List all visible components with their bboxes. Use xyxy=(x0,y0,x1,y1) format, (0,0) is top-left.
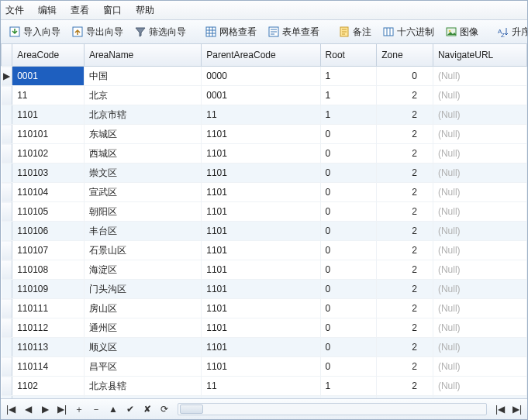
cell-Root[interactable]: 1 xyxy=(320,105,377,125)
cell-ParentAreaCode[interactable]: 1101 xyxy=(202,222,320,241)
table-row[interactable]: 110114昌平区110102(Null) xyxy=(2,357,527,377)
cell-Zone[interactable]: 2 xyxy=(377,125,433,144)
toolbar-export-button[interactable]: 导出向导 xyxy=(68,24,126,40)
table-row[interactable]: 110112通州区110102(Null) xyxy=(2,318,527,338)
cell-AreaCode[interactable]: 110101 xyxy=(12,125,85,144)
nav-add-button[interactable]: ＋ xyxy=(74,404,85,415)
cell-AreaName[interactable]: 宣武区 xyxy=(84,183,201,202)
cell-Zone[interactable]: 2 xyxy=(377,357,433,377)
cell-AreaCode[interactable]: 110113 xyxy=(12,338,85,357)
cell-AreaName[interactable]: 门头沟区 xyxy=(84,280,201,299)
toolbar-import-button[interactable]: 导入向导 xyxy=(5,24,64,40)
cell-Root[interactable]: 0 xyxy=(320,164,377,183)
cell-AreaName[interactable]: 房山区 xyxy=(84,299,201,318)
cell-ParentAreaCode[interactable]: 11 xyxy=(202,377,320,396)
nav-del-button[interactable]: － xyxy=(91,404,102,415)
toolbar-form-button[interactable]: 表单查看 xyxy=(264,24,323,40)
table-row[interactable]: 110108海淀区110102(Null) xyxy=(2,260,527,280)
cell-AreaName[interactable]: 北京县辖 xyxy=(84,377,201,396)
cell-AreaName[interactable]: 丰台区 xyxy=(84,222,201,241)
cell-AreaCode[interactable]: 110105 xyxy=(12,202,85,222)
cell-Root[interactable]: 0 xyxy=(320,338,377,357)
cell-AreaName[interactable]: 顺义区 xyxy=(84,338,201,357)
cell-AreaName[interactable]: 西城区 xyxy=(84,144,201,164)
cell-Root[interactable]: 0 xyxy=(320,280,377,299)
cell-AreaCode[interactable]: 110114 xyxy=(12,357,85,377)
cell-AreaCode[interactable]: 110108 xyxy=(12,260,85,280)
nav-refresh-button[interactable]: ⟳ xyxy=(159,404,170,415)
nav-right1-button[interactable]: |◀ xyxy=(495,404,506,415)
cell-Root[interactable]: 0 xyxy=(320,125,377,144)
table-row[interactable]: 11北京000112(Null) xyxy=(2,86,527,105)
cell-Zone[interactable]: 2 xyxy=(377,144,433,164)
nav-ok-button[interactable]: ✔ xyxy=(125,404,136,415)
cell-NavigateURL[interactable]: (Null) xyxy=(433,183,526,202)
table-row[interactable]: 110101东城区110102(Null) xyxy=(2,125,527,144)
data-grid[interactable]: AreaCodeAreaNameParentAreaCodeRootZoneNa… xyxy=(1,44,527,399)
cell-AreaCode[interactable]: 1101 xyxy=(12,105,85,125)
cell-AreaName[interactable]: 昌平区 xyxy=(84,357,201,377)
cell-AreaCode[interactable]: 110107 xyxy=(12,241,85,260)
cell-ParentAreaCode[interactable]: 1101 xyxy=(202,125,320,144)
cell-NavigateURL[interactable]: (Null) xyxy=(433,164,526,183)
cell-Zone[interactable]: 2 xyxy=(377,164,433,183)
cell-AreaCode[interactable]: 11 xyxy=(12,86,85,105)
menu-item-0[interactable]: 文件 xyxy=(5,4,24,17)
nav-cancel-button[interactable]: ✘ xyxy=(142,404,153,415)
cell-Root[interactable]: 0 xyxy=(320,241,377,260)
cell-Root[interactable]: 1 xyxy=(320,67,377,86)
cell-ParentAreaCode[interactable]: 1101 xyxy=(202,280,320,299)
cell-Root[interactable]: 0 xyxy=(320,222,377,241)
nav-first-button[interactable]: |◀ xyxy=(5,404,16,415)
cell-ParentAreaCode[interactable]: 1101 xyxy=(202,338,320,357)
cell-Zone[interactable]: 2 xyxy=(377,260,433,280)
table-row[interactable]: 110104宣武区110102(Null) xyxy=(2,183,527,202)
column-header-ParentAreaCode[interactable]: ParentAreaCode xyxy=(202,44,320,67)
cell-AreaName[interactable]: 海淀区 xyxy=(84,260,201,280)
cell-NavigateURL[interactable]: (Null) xyxy=(433,338,526,357)
column-header-NavigateURL[interactable]: NavigateURL xyxy=(433,44,526,67)
nav-scrollbar[interactable] xyxy=(178,403,487,415)
cell-Zone[interactable]: 2 xyxy=(377,338,433,357)
cell-Zone[interactable]: 2 xyxy=(377,202,433,222)
table-row[interactable]: 110107石景山区110102(Null) xyxy=(2,241,527,260)
cell-ParentAreaCode[interactable]: 1101 xyxy=(202,299,320,318)
table-row[interactable]: 110113顺义区110102(Null) xyxy=(2,338,527,357)
table-row[interactable]: ▶0001中国000010(Null) xyxy=(2,67,527,86)
cell-AreaCode[interactable]: 110106 xyxy=(12,222,85,241)
cell-Root[interactable]: 0 xyxy=(320,144,377,164)
cell-ParentAreaCode[interactable]: 1101 xyxy=(202,144,320,164)
cell-NavigateURL[interactable]: (Null) xyxy=(433,241,526,260)
menu-item-3[interactable]: 窗口 xyxy=(103,4,122,17)
toolbar-filter-button[interactable]: 筛选向导 xyxy=(131,24,189,40)
table-row[interactable]: 1101北京市辖1112(Null) xyxy=(2,105,527,125)
nav-scroll-thumb[interactable] xyxy=(180,405,203,414)
cell-Root[interactable]: 0 xyxy=(320,299,377,318)
cell-NavigateURL[interactable]: (Null) xyxy=(433,222,526,241)
cell-AreaName[interactable]: 朝阳区 xyxy=(84,202,201,222)
toolbar-sort-button[interactable]: AZ升序排序 xyxy=(494,24,527,40)
cell-ParentAreaCode[interactable]: 11 xyxy=(202,105,320,125)
cell-NavigateURL[interactable]: (Null) xyxy=(433,202,526,222)
column-header-Zone[interactable]: Zone xyxy=(377,44,433,67)
cell-AreaCode[interactable]: 1102 xyxy=(12,377,85,396)
cell-NavigateURL[interactable]: (Null) xyxy=(433,260,526,280)
cell-AreaName[interactable]: 石景山区 xyxy=(84,241,201,260)
toolbar-image-button[interactable]: 图像 xyxy=(442,24,481,40)
cell-AreaCode[interactable]: 110103 xyxy=(12,164,85,183)
cell-Zone[interactable]: 0 xyxy=(377,67,433,86)
cell-ParentAreaCode[interactable]: 1101 xyxy=(202,318,320,338)
cell-AreaCode[interactable]: 110111 xyxy=(12,299,85,318)
cell-Root[interactable]: 1 xyxy=(320,377,377,396)
cell-NavigateURL[interactable]: (Null) xyxy=(433,144,526,164)
cell-AreaName[interactable]: 北京 xyxy=(84,86,201,105)
cell-ParentAreaCode[interactable]: 1101 xyxy=(202,202,320,222)
cell-ParentAreaCode[interactable]: 1101 xyxy=(202,241,320,260)
cell-AreaName[interactable]: 东城区 xyxy=(84,125,201,144)
cell-ParentAreaCode[interactable]: 1101 xyxy=(202,164,320,183)
cell-Zone[interactable]: 2 xyxy=(377,105,433,125)
cell-Zone[interactable]: 2 xyxy=(377,222,433,241)
table-row[interactable]: 110106丰台区110102(Null) xyxy=(2,222,527,241)
nav-last-button[interactable]: ▶| xyxy=(57,404,67,415)
cell-NavigateURL[interactable]: (Null) xyxy=(433,377,526,396)
